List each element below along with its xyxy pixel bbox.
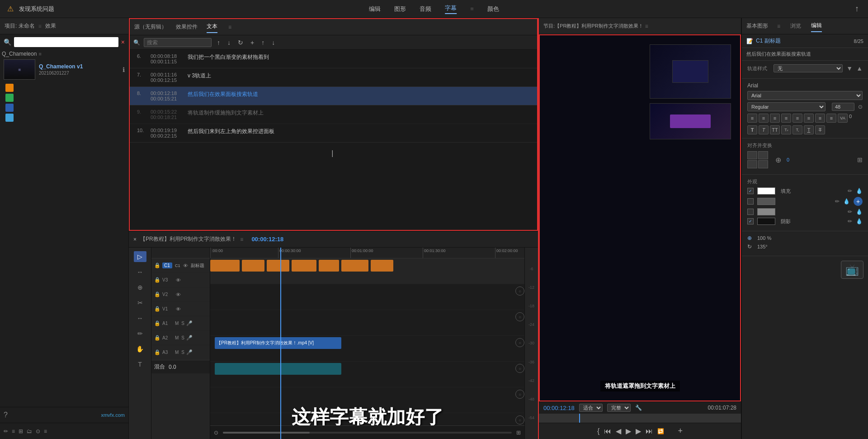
subtitle-item-name[interactable]: C1 副标题 — [756, 37, 781, 45]
fit-select[interactable]: 适合 — [579, 404, 603, 412]
btn-step-forward-large[interactable]: ⏭ — [646, 427, 653, 435]
text-panel-menu[interactable]: ≡ — [228, 24, 231, 30]
transcript-row-7[interactable]: 7. 00:00:11:16 00:00:12:15 v 3轨道上 — [130, 68, 537, 87]
clip-c1-7[interactable] — [371, 260, 393, 272]
nav-color[interactable]: 颜色 — [487, 5, 499, 13]
preview-scrubbar[interactable] — [539, 414, 741, 423]
track-style-icon-1[interactable]: ▼ — [846, 65, 853, 72]
area-cell-tl[interactable] — [747, 151, 757, 159]
quality-select[interactable]: 完整 — [607, 404, 631, 412]
add-btn[interactable]: + — [249, 38, 256, 47]
track-eye-v2[interactable]: 👁 — [176, 292, 181, 297]
text-tool[interactable]: T — [134, 359, 146, 370]
btn-step-back[interactable]: ◀ — [616, 427, 621, 435]
bin-icon[interactable]: 🗂 — [27, 428, 32, 434]
sidebar-item-chameleon[interactable]: Q_Chameleon ≡ — [0, 50, 128, 58]
tab-effects[interactable]: 效果控件 — [176, 21, 198, 33]
fill-color-swatch[interactable] — [757, 187, 775, 195]
align-v-bottom[interactable]: ≡ — [826, 114, 836, 123]
area-cell-tr[interactable] — [758, 151, 768, 159]
font-size-slider-icon[interactable]: ⊙ — [858, 104, 863, 110]
font-size-input[interactable] — [832, 103, 854, 111]
fill-checkbox[interactable] — [747, 188, 754, 194]
timeline-fit-icon[interactable]: ⊞ — [516, 429, 521, 436]
stroke-checkbox[interactable] — [747, 198, 754, 205]
subscript-btn[interactable]: T, — [793, 125, 802, 134]
clip-c1-2[interactable] — [242, 260, 264, 272]
scroll-up-btn[interactable]: ↑ — [215, 38, 222, 47]
close-search-button[interactable]: × — [121, 38, 125, 46]
align-center[interactable]: ≡ — [759, 114, 769, 123]
bold-btn[interactable]: T — [747, 125, 757, 134]
align-justify-all[interactable]: ≡ — [793, 114, 802, 123]
kerning-btn[interactable]: VA — [838, 114, 848, 123]
ripple-edit-tool[interactable]: ⊕ — [134, 282, 146, 293]
transcript-search-input[interactable] — [144, 38, 212, 47]
btn-more[interactable]: + — [678, 426, 683, 436]
search-settings-icon[interactable]: ⊙ — [36, 428, 40, 434]
track-s-a3[interactable]: S — [181, 350, 184, 355]
track-style-select[interactable]: 无 — [774, 64, 843, 72]
stroke2-color-swatch[interactable] — [757, 208, 775, 215]
select-tool[interactable]: ▷ — [134, 251, 146, 262]
nav-graphics[interactable]: 图形 — [394, 5, 406, 13]
timeline-playhead[interactable] — [280, 248, 281, 439]
align-v-center[interactable]: ≡ — [815, 114, 825, 123]
clip-c1-1[interactable] — [210, 260, 240, 272]
superscript-btn[interactable]: Tᵣ — [781, 125, 791, 134]
tab-text[interactable]: 文本 — [207, 21, 217, 33]
share-icon[interactable]: ↑ — [855, 4, 859, 14]
pen-tool[interactable]: ✏ — [134, 328, 146, 339]
align-v-top[interactable]: ≡ — [804, 114, 814, 123]
help-icon[interactable]: ? — [4, 411, 8, 419]
track-s-a1[interactable]: S — [181, 321, 184, 326]
fill-eyedrop-icon[interactable]: 💧 — [856, 188, 863, 194]
track-mic-a2[interactable]: 🎤 — [186, 335, 193, 341]
style-select[interactable]: Regular — [747, 102, 826, 111]
track-m-a3[interactable]: M — [175, 350, 179, 355]
area-cell-br[interactable] — [758, 160, 768, 168]
tab-source[interactable]: 源（无剪辑） — [134, 21, 167, 33]
track-select-tool[interactable]: ↔ — [134, 267, 146, 277]
track-eye-c1[interactable]: 👁 — [183, 263, 188, 268]
btn-mark-in[interactable]: { — [597, 427, 599, 435]
track-mic-a1[interactable]: 🎤 — [186, 320, 193, 326]
clip-a1[interactable] — [215, 363, 341, 375]
razor-tool[interactable]: ✂ — [134, 297, 146, 308]
clip-c1-5[interactable] — [319, 260, 339, 272]
preview-tv-btn[interactable]: 📺 — [841, 261, 863, 279]
track-m-a2[interactable]: M — [175, 335, 179, 340]
transcript-row-10[interactable]: 10. 00:00:19:19 00:00:22:15 然后我们来到左上角的效果… — [130, 124, 537, 143]
shadow-eyedrop-icon[interactable]: 💧 — [856, 218, 863, 224]
scroll-down-btn[interactable]: ↓ — [226, 38, 232, 47]
area-cell-bl[interactable] — [747, 160, 757, 168]
shadow-checkbox[interactable] — [747, 218, 754, 224]
clip-c1-3[interactable] — [267, 260, 289, 272]
grid-icon[interactable]: ⊞ — [19, 428, 23, 434]
move-icon[interactable]: ⊕ — [775, 156, 781, 164]
search-input[interactable] — [14, 37, 118, 47]
nav-subtitle[interactable]: 字幕 — [445, 4, 457, 14]
transcript-row-9[interactable]: 9. 00:00:15:22 00:00:18:21 将轨道制作缓施拖到文字素材… — [130, 105, 537, 124]
nav-edit[interactable]: 编辑 — [369, 5, 381, 13]
timeline-menu-icon[interactable]: ≡ — [240, 236, 243, 243]
font-select[interactable]: Arial — [747, 91, 863, 100]
stroke2-eyedrop-icon[interactable]: 💧 — [856, 209, 863, 215]
clip-c1-6[interactable] — [341, 260, 368, 272]
add-stroke-btn[interactable]: + — [854, 197, 863, 206]
nav-audio[interactable]: 音频 — [420, 5, 431, 13]
align-left[interactable]: ≡ — [747, 114, 757, 123]
shadow-edit-icon[interactable]: ✏ — [848, 218, 852, 224]
hand-tool[interactable]: ✋ — [134, 344, 146, 354]
tab-browse[interactable]: 浏览 — [790, 20, 801, 32]
stroke-edit-icon[interactable]: ✏ — [835, 198, 840, 205]
stroke-eyedrop-icon[interactable]: 💧 — [843, 198, 850, 205]
refresh-btn[interactable]: ↻ — [236, 38, 245, 47]
btn-step-forward[interactable]: ▶ — [636, 427, 641, 435]
list-icon[interactable]: ≡ — [12, 428, 15, 434]
stroke2-edit-icon[interactable]: ✏ — [848, 209, 852, 215]
website-link[interactable]: xmvfx.com — [101, 412, 125, 418]
down-btn2[interactable]: ↓ — [270, 38, 277, 47]
timeline-scrollbar[interactable] — [223, 432, 512, 434]
track-eye-v1[interactable]: 👁 — [176, 306, 181, 312]
